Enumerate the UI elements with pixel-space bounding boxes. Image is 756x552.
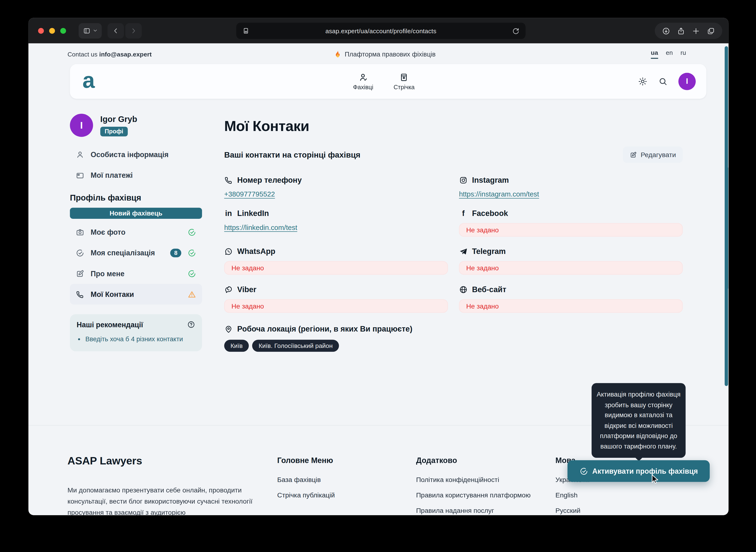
field-label: Номер телефону <box>237 176 302 185</box>
work-location-block: Робоча локація (регіони, в яких Ви працю… <box>224 324 682 352</box>
status-banner: Новий фахівець <box>70 208 202 219</box>
page-scrollbar[interactable] <box>725 46 728 386</box>
sidebar-item-label: Мої платежі <box>91 171 133 179</box>
navbar-actions: I <box>638 73 696 90</box>
contact-field-LinkedIn: inLinkedInhttps://linkedin.com/test <box>224 208 448 237</box>
titlebar-actions <box>655 22 722 39</box>
field-label: Viber <box>237 285 256 294</box>
phone-icon <box>224 176 233 185</box>
lang-en[interactable]: en <box>666 49 673 59</box>
tab-overview-icon[interactable] <box>707 27 715 35</box>
lang-ru[interactable]: ru <box>680 49 686 59</box>
phone-icon <box>76 290 85 298</box>
contact-fields-grid: Номер телефону+380977795522Instagramhttp… <box>224 175 682 313</box>
nav-item-Стрічка[interactable]: Стрічка <box>393 73 414 91</box>
sidebar-item-label: Моя спеціалізація <box>91 249 155 257</box>
reload-icon[interactable] <box>512 27 519 35</box>
brand-logo[interactable]: a <box>83 69 95 91</box>
footer-link[interactable]: Стрічка публікацій <box>277 491 335 499</box>
telegram-icon <box>459 247 468 256</box>
contact-email[interactable]: info@asap.expert <box>99 50 152 57</box>
site-tagline: Плафторма правових фіхівців <box>334 50 435 58</box>
contact-field-WhatsApp: WhatsAppНе задано <box>224 246 448 275</box>
footer-description: Ми допомагаємо презентувати себе онлайн,… <box>68 485 260 515</box>
close-window-button[interactable] <box>38 28 44 33</box>
field-link[interactable]: https://linkedin.com/test <box>224 224 297 231</box>
plan-badge: Профі <box>100 127 127 136</box>
location-label: Робоча локація (регіони, в яких Ви працю… <box>237 325 412 334</box>
contact-field-Номер телефону: Номер телефону+380977795522 <box>224 175 448 198</box>
footer-column-Додатково: ДодатковоПолітика конфіденційностіПравил… <box>416 456 531 515</box>
address-bar[interactable]: asap.expert/ua/account/profile/contacts <box>236 22 525 39</box>
sidebar-item-label: Моє фото <box>91 228 125 236</box>
chevron-down-icon <box>92 28 98 33</box>
back-button[interactable] <box>108 23 124 38</box>
flame-icon <box>334 50 342 58</box>
viber-icon <box>224 285 233 294</box>
contacts-section: Мої Контаки Ваші контакти на сторінці фа… <box>224 118 682 352</box>
field-link[interactable]: https://instagram.com/test <box>459 190 539 198</box>
sidebar-item-Моє фото[interactable]: Моє фото <box>70 222 202 242</box>
footer-link[interactable]: Політика конфіденційності <box>416 475 531 483</box>
footer-link[interactable]: База фахівців <box>277 475 335 483</box>
forward-button[interactable] <box>125 23 142 38</box>
browser-window: asap.expert/ua/account/profile/contacts … <box>28 18 729 515</box>
instagram-icon <box>459 176 468 185</box>
contact-field-Instagram: Instagramhttps://instagram.com/test <box>459 175 682 198</box>
contact-info: Contact us info@asap.expert <box>68 50 151 57</box>
user-check-icon <box>358 73 368 83</box>
field-label: Instagram <box>472 176 509 185</box>
downloads-icon[interactable] <box>662 27 670 35</box>
share-icon[interactable] <box>677 27 685 35</box>
check-circle-icon <box>187 269 197 278</box>
linkedin-icon: in <box>224 209 233 218</box>
field-empty-value: Не задано <box>224 299 448 313</box>
sidebar-item-Особиста інформація[interactable]: Особиста інформація <box>70 144 202 165</box>
recommendations-list: Введіть хоча б 4 різних контакти <box>77 335 196 343</box>
lang-ua[interactable]: ua <box>651 49 658 59</box>
help-icon[interactable] <box>187 320 196 329</box>
globe-icon <box>459 285 468 294</box>
check-circle-icon <box>579 467 588 475</box>
contact-field-Веб-сайт: Веб-сайтНе задано <box>459 284 682 313</box>
footer-link[interactable]: Правила надання послуг <box>416 507 531 514</box>
footer-column-title: Додатково <box>416 456 531 465</box>
sidebar-item-Мої Контаки[interactable]: Мої Контаки <box>70 284 202 304</box>
edit-button[interactable]: Редагувати <box>623 146 682 163</box>
field-label: LinkedIn <box>237 209 269 218</box>
field-link[interactable]: +380977795522 <box>224 190 275 198</box>
new-tab-icon[interactable] <box>692 27 700 35</box>
edit-icon <box>76 269 85 278</box>
minimize-window-button[interactable] <box>49 28 55 33</box>
sidebar-item-Мої платежі[interactable]: Мої платежі <box>70 165 202 185</box>
top-strip: Contact us info@asap.expert Плафторма пр… <box>28 43 729 64</box>
sidebar-user: I Igor Gryb Профі <box>70 114 202 137</box>
recommendation-item: Введіть хоча б 4 різних контакти <box>85 335 195 343</box>
facebook-icon: f <box>459 209 468 218</box>
sidebar-avatar: I <box>70 114 93 137</box>
zoom-window-button[interactable] <box>60 28 66 33</box>
nav-item-Фахівці[interactable]: Фахівці <box>353 73 373 91</box>
footer-brand: ASAP Lawyers <box>68 455 142 467</box>
sidebar-item-Про мене[interactable]: Про мене <box>70 263 202 284</box>
chevron-left-icon <box>112 27 119 34</box>
field-empty-value: Не задано <box>459 261 682 275</box>
browser-titlebar: asap.expert/ua/account/profile/contacts <box>28 18 729 43</box>
contact-field-Telegram: TelegramНе задано <box>459 246 682 275</box>
footer-link[interactable]: English <box>555 491 589 499</box>
contact-field-Viber: ViberНе задано <box>224 284 448 313</box>
page-settings-icon[interactable] <box>242 27 250 35</box>
sidebar-item-Моя спеціалізація[interactable]: Моя спеціалізація8 <box>70 242 202 263</box>
theme-toggle-icon[interactable] <box>638 77 647 87</box>
footer-link[interactable]: Русский <box>555 507 589 514</box>
tagline-text: Плафторма правових фіхівців <box>345 50 436 57</box>
edit-icon <box>629 151 637 158</box>
field-label: Facebook <box>472 209 508 218</box>
mouse-cursor <box>649 474 660 485</box>
user-avatar[interactable]: I <box>678 73 696 90</box>
search-icon[interactable] <box>658 77 668 87</box>
camera-icon <box>76 228 85 236</box>
footer-link[interactable]: Правила користування платформою <box>416 491 531 499</box>
sidebar-toggle-button[interactable] <box>79 23 102 38</box>
activate-profile-button[interactable]: Активувати профіль фахівця <box>568 460 710 482</box>
